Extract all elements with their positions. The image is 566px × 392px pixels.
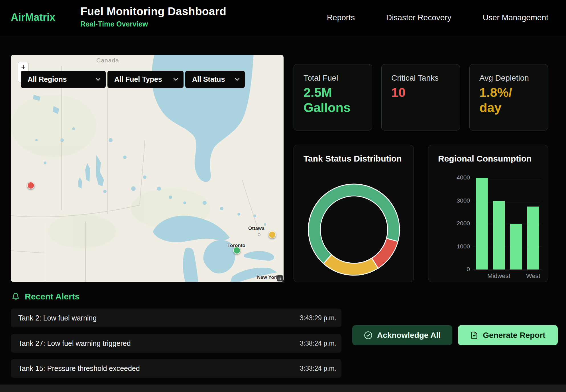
region-filter-dropdown[interactable]: All Regions [21,71,106,88]
stat-value-line1: 10 [391,85,460,100]
alerts-header: Recent Alerts [12,292,80,301]
check-circle-icon [364,331,372,340]
y-axis-tick: 4000 [439,174,470,181]
map-marker-normal[interactable] [233,247,241,254]
regional-consumption-chart-card: Regional Consumption 01000200030004000Mi… [428,145,548,282]
stat-value: 2.5M Gallons [304,85,372,115]
regional-consumption-bar-chart: 01000200030004000MidwestWest [428,145,548,282]
stat-card-avg-depletion: Avg Depletion 1.8%/ day [469,64,548,130]
map-label-ottawa: Ottawa [248,226,264,231]
bar-plot-area [473,178,542,270]
y-axis-tick: 1000 [439,243,470,250]
status-filter-dropdown[interactable]: All Status [185,71,245,88]
tank-status-chart-card: Tank Status Distribution [294,145,414,282]
map-marker-warning[interactable] [268,231,276,238]
generate-report-button[interactable]: Generate Report [458,325,558,345]
stat-value: 10 [391,85,460,100]
map-label-canada: Canada [96,57,119,64]
stat-card-total-fuel: Total Fuel 2.5M Gallons [294,64,372,130]
nav-item-reports[interactable]: Reports [327,13,355,22]
fuel-type-filter-dropdown[interactable]: All Fuel Types [107,71,184,88]
chart-title: Tank Status Distribution [304,154,414,164]
page-subtitle: Real-Time Overview [80,20,226,28]
fuel-monitoring-app: AirMatrix Fuel Monitoring Dashboard Real… [0,0,566,392]
brand-logo[interactable]: AirMatrix [11,11,55,23]
alert-timestamp: 3:43:29 p.m. [300,314,336,322]
y-axis-tick: 2000 [439,220,470,227]
document-icon [470,331,478,339]
gridline [473,270,542,270]
region-filter-label: All Regions [28,75,67,83]
map-resize-handle[interactable] [277,275,283,281]
ottawa-city-dot [258,233,260,236]
page-title: Fuel Monitoring Dashboard [80,5,226,18]
fuel-map[interactable]: + − All Regions All Fuel Types All Statu… [11,55,284,282]
stat-value-line1: 1.8%/ [479,85,548,100]
app-header: AirMatrix Fuel Monitoring Dashboard Real… [0,0,566,35]
stat-card-critical-tanks: Critical Tanks 10 [381,64,460,130]
nav-item-disaster-recovery[interactable]: Disaster Recovery [386,13,451,22]
bar-2 [510,224,522,270]
stat-value-line1: 2.5M [304,85,372,100]
bottom-bar [0,385,566,392]
stat-value-line2: day [479,100,548,115]
chevron-down-icon [173,78,178,81]
fuel-type-filter-label: All Fuel Types [114,75,162,83]
donut-segment-warning [323,255,378,275]
x-axis-label: Midwest [482,272,516,280]
title-block: Fuel Monitoring Dashboard Real-Time Over… [80,5,226,28]
stat-value: 1.8%/ day [479,85,548,115]
alert-row[interactable]: Tank 27: Low fuel warning triggered 3:38… [11,334,341,353]
stat-label: Avg Depletion [479,74,548,83]
chevron-down-icon [95,78,101,81]
alert-row[interactable]: Tank 15: Pressure threshold exceeded 3:3… [11,359,341,378]
alert-row[interactable]: Tank 2: Low fuel warning 3:43:29 p.m. [11,309,341,327]
bar-0 [476,178,488,270]
nav-item-user-management[interactable]: User Management [483,13,548,22]
bell-icon [12,293,20,301]
map-label-new-york: New York [257,275,279,280]
y-axis-tick: 3000 [439,197,470,204]
alert-message: Tank 27: Low fuel warning triggered [18,339,131,348]
main-nav: Reports Disaster Recovery User Managemen… [327,0,548,35]
status-filter-label: All Status [192,75,225,83]
alert-timestamp: 3:33:24 p.m. [300,365,336,372]
map-marker-critical[interactable] [27,182,34,189]
bar-1 [493,201,505,270]
y-axis-tick: 0 [439,266,470,273]
drag-dots-icon [278,276,282,280]
acknowledge-all-button[interactable]: Acknowledge All [352,325,452,345]
stat-label: Critical Tanks [391,74,460,83]
alert-timestamp: 3:38:24 p.m. [300,340,336,347]
stat-value-line2: Gallons [304,100,372,115]
chevron-down-icon [235,78,240,81]
acknowledge-all-label: Acknowledge All [377,331,441,340]
map-filter-bar: All Regions All Fuel Types All Status [21,71,245,88]
x-axis-label: West [516,272,550,280]
alerts-title: Recent Alerts [25,292,80,301]
tank-status-donut-chart [303,178,405,281]
generate-report-label: Generate Report [483,331,545,340]
stat-label: Total Fuel [304,74,372,83]
alert-message: Tank 2: Low fuel warning [18,314,97,322]
bar-3 [527,207,539,270]
alert-message: Tank 15: Pressure threshold exceeded [18,364,140,373]
